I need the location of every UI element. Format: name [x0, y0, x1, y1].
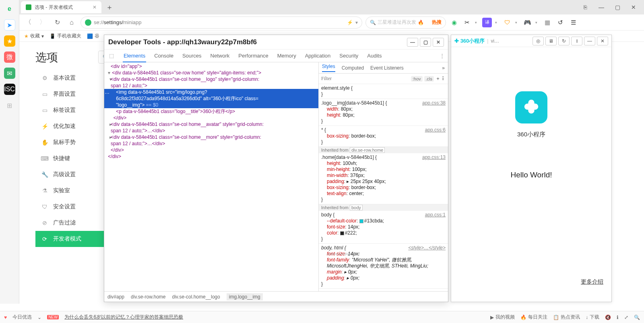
devtools-tab-console[interactable]: Console [153, 50, 174, 62]
styles-filter-input[interactable] [321, 76, 409, 82]
daily-focus-link[interactable]: 🔥 每日关注 [520, 314, 547, 321]
devtools-tab-memory[interactable]: Memory [277, 50, 297, 62]
new-tab-button[interactable]: ＋ [104, 2, 115, 13]
dropdown-icon[interactable]: ▾ [515, 21, 519, 25]
miniapp-device-icon[interactable]: 🖥 [545, 37, 557, 45]
hot-search-label: 热搜 [432, 19, 442, 26]
extension-icon[interactable]: ⎘ [578, 2, 592, 13]
my-video-link[interactable]: ▶ 我的视频 [490, 314, 515, 321]
search-icon: 🔍 [370, 20, 376, 25]
inspect-icon[interactable]: ⬚ [107, 53, 116, 59]
miniapp-close-button[interactable]: ✕ [597, 37, 608, 45]
breadcrumb-item[interactable]: div#app [107, 294, 124, 300]
grid-icon[interactable]: ▦ [543, 18, 552, 27]
devtools-tab-audits[interactable]: Audits [366, 50, 382, 62]
selected-dom-node[interactable]: <img data-v-584e45b1 src="img/logo.png? [104, 89, 318, 95]
more-tabs-icon[interactable]: » [442, 65, 445, 71]
browser-tab[interactable]: 选项 - 开发者模式 ✕ [21, 1, 101, 13]
toolbar-icon-2[interactable]: 🛡 [502, 18, 512, 27]
restore-icon[interactable]: ↺ [555, 18, 565, 27]
favorites-rail-icon[interactable]: ★ [4, 35, 15, 47]
breadcrumb-item[interactable]: img.logo__img [227, 293, 263, 300]
devtools-close-button[interactable]: ✕ [433, 38, 444, 47]
zoom-icon[interactable]: 🔍 [634, 315, 640, 320]
devtools-minimize-button[interactable]: — [407, 38, 418, 47]
more-icon[interactable]: ⠇ [442, 76, 446, 82]
address-bar[interactable]: se://settings/miniapp ⚡ ▾ [80, 16, 362, 29]
devtools-tab-sources[interactable]: Sources [182, 50, 202, 62]
computed-tab[interactable]: Computed [342, 65, 364, 71]
menu-icon[interactable]: ☰ [568, 18, 578, 27]
mail-rail-icon[interactable]: ✉ [4, 68, 15, 79]
add-rule-icon[interactable]: ＋ [436, 75, 440, 82]
devtools-tab-performance[interactable]: Performance [237, 50, 269, 62]
miniapp-more-icon[interactable]: ⦀ [571, 37, 582, 45]
search-box[interactable]: 🔍 三星堆遗址再次发 🔥 热搜 [365, 16, 446, 29]
weibo-rail-icon[interactable]: 微 [4, 51, 15, 63]
dom-breadcrumb[interactable]: div#app div.se-row.home div.se-col.home_… [104, 291, 448, 302]
scissors-icon[interactable]: ✂ [462, 18, 472, 27]
sidebar-icon: ✋ [41, 139, 48, 146]
isc-rail-icon[interactable]: ISC [4, 84, 15, 95]
devtools-tab-network[interactable]: Network [210, 50, 231, 62]
compass-icon[interactable]: ➤ [4, 19, 15, 31]
devtools-tab-security[interactable]: Security [339, 50, 359, 62]
breadcrumb-item[interactable]: div.se-col.home__logo [172, 294, 220, 300]
dom-tree[interactable]: <div id="app"> ▾ <div data-v-584e45b1 cl… [104, 62, 318, 291]
separator: | [487, 38, 488, 44]
devtools-tab-application[interactable]: Application [304, 50, 332, 62]
bookmark-google[interactable]: 🟦 谷 [87, 33, 99, 39]
source-link[interactable]: app.css:38 [422, 100, 446, 106]
window-minimize-button[interactable]: — [594, 2, 609, 13]
devtools-maximize-button[interactable]: ▢ [420, 38, 431, 47]
style-rules[interactable]: element.style {} app.css:38 .logo__img[d… [319, 84, 448, 291]
dropdown-icon[interactable]: ▾ [475, 21, 479, 25]
expand-icon[interactable]: ⤢ [624, 315, 628, 320]
game-icon[interactable]: 🎮 [522, 18, 532, 27]
toolbar-icon-1[interactable]: ◉ [449, 18, 459, 27]
mute-icon[interactable]: 🔇 [605, 315, 611, 320]
window-close-button[interactable]: ✕ [626, 2, 641, 13]
source-link[interactable]: <style>…</style> [408, 245, 446, 251]
cls-chip[interactable]: .cls [424, 76, 434, 82]
bookmark-mobile[interactable]: 📱 手机收藏夹 [50, 33, 81, 39]
devtools-title-bar[interactable]: Developer Tools - app://qh13waury22p7m8b… [104, 35, 448, 49]
ip-icon[interactable]: ℹ [617, 315, 619, 320]
add-rail-icon[interactable]: ⊞ [4, 100, 15, 111]
hov-chip[interactable]: :hov [411, 76, 423, 82]
devtools-settings-icon[interactable]: ⋮ [440, 53, 445, 59]
source-link[interactable]: app.css:13 [422, 154, 446, 160]
miniapp-minimize-button[interactable]: — [584, 37, 595, 45]
more-info-link[interactable]: 更多介绍 [581, 278, 603, 286]
miniapp-target-icon[interactable]: ◎ [533, 37, 544, 45]
lightning-icon[interactable]: ⚡ [347, 20, 353, 25]
devtools-tab-elements[interactable]: Elements [123, 50, 146, 62]
dropdown-icon[interactable]: ▾ [495, 21, 499, 25]
source-link[interactable]: app.css:6 [425, 127, 446, 133]
source-link[interactable]: app.css:1 [425, 212, 446, 218]
news-headline[interactable]: 为什么会丢失6岁以前的记忆？心理学家的答案细思恐极 [64, 314, 183, 321]
favorites-button[interactable]: ★收藏 ▾ [24, 33, 44, 39]
hot-news-link[interactable]: 📋 热点资讯 [553, 314, 580, 321]
dropdown-icon[interactable]: ▾ [355, 20, 358, 25]
back-button[interactable]: 〈 [23, 17, 34, 28]
miniapp-refresh-icon[interactable]: ↻ [558, 37, 570, 45]
chevron-down-icon[interactable]: ⌄ [37, 315, 41, 320]
browser-logo-icon[interactable]: e [4, 3, 15, 14]
sidebar-icon: ⚡ [41, 123, 48, 130]
heart-icon[interactable]: ♥ [4, 315, 7, 320]
url-text: se://settings/miniapp [94, 19, 142, 25]
today-picks[interactable]: 今日优选 [12, 314, 32, 321]
forward-button[interactable]: 〉 [37, 17, 48, 28]
app-rail: e ➤ ★ 微 ✉ ISC ⊞ [0, 0, 19, 304]
breadcrumb-item[interactable]: div.se-row.home [131, 294, 165, 300]
dropdown-icon[interactable]: ▾ [535, 21, 539, 25]
event-listeners-tab[interactable]: Event Listeners [370, 65, 404, 71]
translate-icon[interactable]: 译 [482, 18, 492, 27]
download-icon[interactable]: ↓ 下载 [586, 314, 599, 321]
styles-tab[interactable]: Styles [322, 64, 335, 72]
home-button[interactable]: ⌂ [66, 17, 77, 28]
tab-close-icon[interactable]: ✕ [93, 4, 97, 10]
reload-button[interactable]: ↻ [52, 17, 63, 28]
window-maximize-button[interactable]: ▢ [610, 2, 625, 13]
